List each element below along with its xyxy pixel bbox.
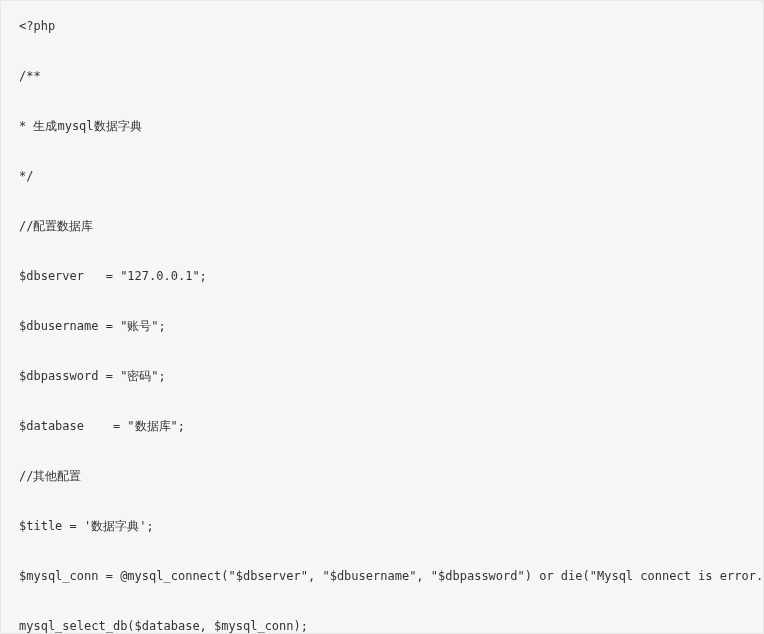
- code-line: $database = "数据库";: [19, 417, 745, 435]
- code-line: */: [19, 167, 745, 185]
- code-line: /**: [19, 67, 745, 85]
- code-block: <?php /** * 生成mysql数据字典 */ //配置数据库 $dbse…: [19, 17, 745, 634]
- code-line: //配置数据库: [19, 217, 745, 235]
- code-line: $title = '数据字典';: [19, 517, 745, 535]
- code-line: $dbserver = "127.0.0.1";: [19, 267, 745, 285]
- code-line: * 生成mysql数据字典: [19, 117, 745, 135]
- code-line: $mysql_conn = @mysql_connect("$dbserver"…: [19, 567, 745, 585]
- code-line: <?php: [19, 17, 745, 35]
- code-line: mysql_select_db($database, $mysql_conn);: [19, 617, 745, 634]
- code-line: $dbusername = "账号";: [19, 317, 745, 335]
- code-line: $dbpassword = "密码";: [19, 367, 745, 385]
- code-line: //其他配置: [19, 467, 745, 485]
